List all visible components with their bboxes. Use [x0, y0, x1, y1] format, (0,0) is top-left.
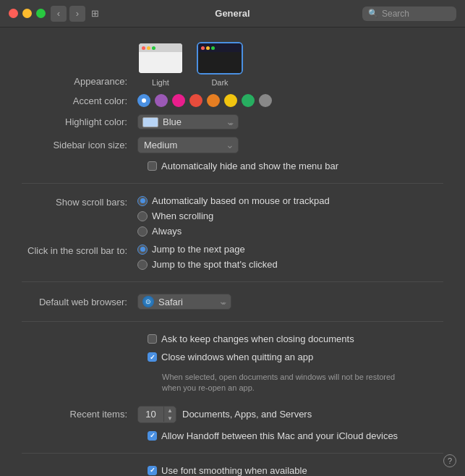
appearance-options: Light Dark [137, 42, 243, 87]
default-browser-select[interactable]: ⊙ Safari ⌄ [137, 294, 231, 310]
scroll-always-radio[interactable] [137, 226, 148, 237]
close-windows-quit-label: Close windows when quitting an app [161, 352, 313, 362]
recent-items-input[interactable] [138, 407, 164, 422]
appearance-label: Appearance: [22, 76, 137, 87]
click-spot-label: Jump to the spot that's clicked [152, 259, 278, 270]
window-title: General [215, 8, 249, 19]
default-browser-label: Default web browser: [22, 297, 137, 307]
close-button[interactable] [9, 9, 18, 18]
appearance-dark-label: Dark [211, 78, 228, 87]
scroll-auto-label: Automatically based on mouse or trackpad [152, 195, 330, 206]
allow-handoff-checkbox[interactable] [148, 431, 157, 441]
click-spot-radio[interactable] [137, 260, 148, 270]
chevron-down-icon: ⌄ [221, 297, 228, 307]
search-input[interactable] [382, 9, 451, 19]
highlight-color-label: Highlight color: [22, 116, 137, 127]
recent-items-stepper: ▲ ▼ [137, 406, 176, 423]
traffic-lights [9, 9, 46, 18]
scroll-auto-radio[interactable] [137, 196, 148, 206]
auto-hide-menubar-label: Automatically hide and show the menu bar [161, 161, 338, 171]
ask-keep-changes-checkbox[interactable] [148, 334, 157, 344]
appearance-option-light[interactable]: Light [137, 42, 184, 87]
grid-view-button[interactable]: ⊞ [87, 6, 103, 22]
search-icon: 🔍 [368, 9, 378, 18]
close-windows-desc: When selected, open documents and window… [162, 372, 415, 394]
recent-items-label: Recent items: [22, 409, 137, 420]
font-smoothing-label: Use font smoothing when available [161, 465, 307, 476]
appearance-light-label: Light [152, 78, 169, 87]
help-button[interactable]: ? [443, 454, 456, 467]
appearance-option-dark[interactable]: Dark [197, 42, 243, 87]
accent-red[interactable] [189, 94, 202, 107]
auto-hide-menubar-checkbox[interactable] [148, 161, 157, 171]
highlight-color-value: Blue [163, 116, 225, 127]
chevron-down-icon: ⌄ [228, 117, 235, 127]
scroll-scrolling-label: When scrolling [152, 211, 213, 221]
allow-handoff-label: Allow Handoff between this Mac and your … [161, 430, 398, 441]
maximize-button[interactable] [36, 9, 46, 18]
font-smoothing-checkbox[interactable] [148, 466, 157, 475]
accent-colors [137, 94, 272, 107]
accent-graphite[interactable] [259, 94, 272, 107]
click-scroll-bar-label: Click in the scroll bar to: [22, 244, 137, 256]
accent-color-label: Accent color: [22, 95, 137, 106]
default-browser-value: Safari [158, 297, 218, 307]
back-button[interactable]: ‹ [51, 6, 67, 22]
minimize-button[interactable] [22, 9, 32, 18]
accent-pink[interactable] [172, 94, 185, 107]
forward-button[interactable]: › [69, 6, 85, 22]
accent-purple[interactable] [155, 94, 168, 107]
accent-green[interactable] [242, 94, 255, 107]
stepper-down-button[interactable]: ▼ [164, 415, 176, 422]
title-bar: ‹ › ⊞ General 🔍 [0, 0, 465, 27]
highlight-color-select[interactable]: Blue ⌄ [137, 114, 239, 129]
accent-yellow[interactable] [224, 94, 237, 107]
accent-blue[interactable] [137, 94, 150, 107]
ask-keep-changes-label: Ask to keep changes when closing documen… [161, 333, 354, 344]
close-windows-quit-checkbox[interactable] [148, 352, 157, 362]
sidebar-icon-size-label: Sidebar icon size: [22, 140, 137, 150]
accent-orange[interactable] [207, 94, 220, 107]
safari-icon: ⊙ [142, 296, 154, 307]
stepper-up-button[interactable]: ▲ [164, 407, 176, 415]
sidebar-icon-size-select[interactable]: Small Medium Large [137, 137, 239, 153]
scroll-always-label: Always [152, 226, 182, 237]
highlight-swatch [142, 117, 158, 127]
click-nextpage-radio[interactable] [137, 245, 148, 255]
click-nextpage-label: Jump to the next page [152, 244, 245, 255]
show-scroll-bars-label: Show scroll bars: [22, 195, 137, 208]
recent-items-suffix: Documents, Apps, and Servers [182, 409, 312, 420]
scroll-scrolling-radio[interactable] [137, 211, 148, 221]
search-box: 🔍 [362, 7, 456, 21]
